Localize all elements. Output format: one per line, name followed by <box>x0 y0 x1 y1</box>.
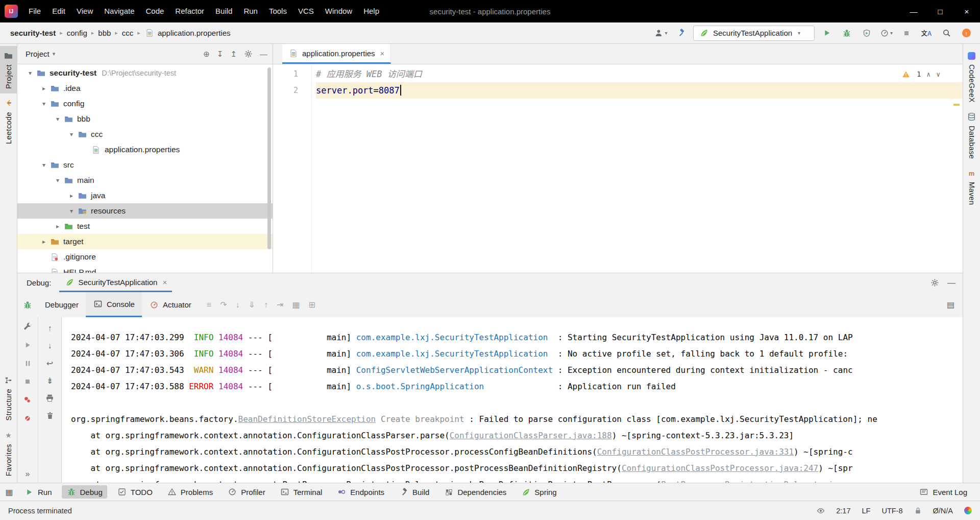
debug-tab-debugger[interactable]: Debugger <box>38 292 86 317</box>
settings-button[interactable] <box>244 50 253 58</box>
write-access-widget[interactable] <box>914 507 922 514</box>
chevron-down-icon[interactable]: ▾ <box>66 207 77 215</box>
chevron-down-icon[interactable]: ▾ <box>38 161 50 169</box>
close-icon[interactable]: × <box>380 49 385 58</box>
debug-session-tab[interactable]: SecurityTestApplication × <box>59 274 172 292</box>
line-separator-widget[interactable]: LF <box>862 507 871 515</box>
editor-code[interactable]: # 应用服务 WEB 访问端口server.port=8087 <box>312 64 963 273</box>
coverage-widget[interactable]: Ø/N/A <box>933 507 953 515</box>
run-configuration-select[interactable]: SecurityTestApplication▾ <box>693 26 815 41</box>
menu-help[interactable]: Help <box>358 0 385 22</box>
code-line[interactable]: server.port=8087 <box>316 82 963 99</box>
prev-problem-button[interactable]: ∧ <box>926 70 930 78</box>
tree-node-java[interactable]: ▸java <box>17 188 273 203</box>
menu-code[interactable]: Code <box>140 0 169 22</box>
tree-node-target[interactable]: ▸target <box>17 234 273 249</box>
menu-file[interactable]: File <box>23 0 46 22</box>
hide-button[interactable]: — <box>947 278 955 288</box>
editor-tab-application-properties[interactable]: application.properties × <box>282 44 391 64</box>
profiler-button[interactable]: ▾ <box>879 26 894 41</box>
stack-trace-link[interactable]: ConfigurationClassParser.java:188 <box>450 431 612 440</box>
chevron-right-icon[interactable]: ▸ <box>38 238 50 245</box>
stack-trace-link[interactable]: PostProcessorRegistrationDelegate.java: <box>661 480 853 483</box>
breadcrumb-item[interactable]: config <box>67 29 87 37</box>
tool-stripe-codegeex[interactable]: CodeGeeX <box>963 46 980 107</box>
pause-program-button[interactable] <box>22 358 33 368</box>
use-soft-wraps-button[interactable]: ↩ <box>45 358 55 368</box>
tree-node-config[interactable]: ▾config <box>17 96 273 111</box>
view-options-button[interactable]: ≡ <box>207 300 211 310</box>
exception-class-link[interactable]: BeanDefinitionStoreException <box>238 414 376 424</box>
breadcrumb-item[interactable]: ccc <box>122 29 134 37</box>
more-actions-button[interactable]: » <box>26 469 30 479</box>
tool-stripe-favorites[interactable]: ★Favorites <box>0 426 17 481</box>
translate-button[interactable]: 文A <box>919 26 934 41</box>
stop-button[interactable] <box>899 26 914 41</box>
ide-update-button[interactable]: ↑ <box>959 26 974 41</box>
chevron-down-icon[interactable]: ▾ <box>24 69 36 77</box>
force-step-into-button[interactable]: ⇓ <box>249 300 255 310</box>
run-with-coverage-button[interactable] <box>859 26 874 41</box>
settings-button[interactable] <box>930 278 939 287</box>
up-stack-trace-button[interactable]: ↑ <box>45 323 55 334</box>
collapse-all-button[interactable]: ↥ <box>230 50 237 59</box>
toolwindow-button-terminal[interactable]: Terminal <box>275 485 327 499</box>
step-over-button[interactable]: ↷ <box>220 300 227 310</box>
menu-vcs[interactable]: VCS <box>292 0 320 22</box>
run-button[interactable] <box>819 26 835 41</box>
console-output[interactable]: 2024-04-07 17:47:03.299 INFO 14084 --- [… <box>61 317 963 483</box>
plugin-indicator[interactable] <box>964 507 972 514</box>
toolwindow-switcher-button[interactable]: ▦ <box>4 487 14 497</box>
inspections-widget[interactable]: 1∧∨ <box>901 69 940 79</box>
menu-window[interactable]: Window <box>320 0 358 22</box>
chevron-right-icon[interactable]: ▸ <box>52 223 63 230</box>
tool-stripe-maven[interactable]: mMaven <box>963 163 980 210</box>
chevron-down-icon[interactable]: ▾ <box>52 115 63 123</box>
tool-stripe-database[interactable]: Database <box>963 107 980 163</box>
tree-node-.idea[interactable]: ▸.idea <box>17 81 273 96</box>
toolwindow-button-profiler[interactable]: Profiler <box>223 485 270 499</box>
tree-node-test[interactable]: ▸test <box>17 219 273 234</box>
debug-button[interactable] <box>839 26 854 41</box>
toolwindow-button-event-log[interactable]: Event Log <box>914 485 972 499</box>
menu-navigate[interactable]: Navigate <box>99 0 140 22</box>
menu-tools[interactable]: Tools <box>263 0 292 22</box>
tool-stripe-structure[interactable]: Structure <box>0 370 17 425</box>
modify-run-configuration-button[interactable] <box>22 321 33 332</box>
caret-position-widget[interactable]: 2:17 <box>836 507 850 515</box>
tree-node-bbb[interactable]: ▾bbb <box>17 111 273 127</box>
toolwindow-button-endpoints[interactable]: Endpoints <box>332 485 389 499</box>
view-frames-button[interactable]: ▦ <box>292 300 300 310</box>
breadcrumb-item[interactable]: security-test <box>10 29 56 37</box>
menu-edit[interactable]: Edit <box>46 0 71 22</box>
tool-stripe-project[interactable]: Project <box>0 46 17 93</box>
menu-build[interactable]: Build <box>210 0 238 22</box>
search-everywhere-button[interactable] <box>939 26 954 41</box>
step-out-button[interactable]: ↑ <box>264 300 268 310</box>
expand-all-button[interactable]: ↧ <box>217 50 224 59</box>
menu-view[interactable]: View <box>71 0 99 22</box>
next-problem-button[interactable]: ∨ <box>936 70 940 78</box>
toolwindow-button-build[interactable]: Build <box>394 485 434 499</box>
user-profile-button[interactable]: ▾ <box>653 26 669 41</box>
step-into-button[interactable]: ↓ <box>236 300 240 310</box>
mute-breakpoints-button[interactable] <box>22 413 33 423</box>
toolwindow-button-problems[interactable]: Problems <box>162 485 217 499</box>
tree-node-HELP.md[interactable]: HELP.md <box>17 265 273 273</box>
menu-refactor[interactable]: Refactor <box>169 0 210 22</box>
project-view-selector[interactable]: Project ▾ <box>26 50 55 58</box>
project-tree-scrollbar[interactable] <box>267 67 271 249</box>
chevron-down-icon[interactable]: ▾ <box>66 131 77 138</box>
tree-node-.gitignore[interactable]: .gitignore <box>17 249 273 265</box>
view-breakpoints-button[interactable] <box>22 395 33 405</box>
chevron-right-icon[interactable]: ▸ <box>66 192 77 199</box>
clear-all-button[interactable] <box>45 410 55 420</box>
breadcrumb-item[interactable]: bbb <box>98 29 111 37</box>
resume-program-button[interactable] <box>22 340 33 350</box>
breadcrumb-item[interactable]: application.properties <box>144 28 231 38</box>
hide-button[interactable]: — <box>260 50 267 58</box>
rerun-debug-button[interactable] <box>22 300 33 310</box>
restore-layout-button[interactable]: ▤ <box>947 300 954 310</box>
file-encoding-widget[interactable]: UTF-8 <box>881 507 902 515</box>
debug-tab-console[interactable]: Console <box>86 292 142 317</box>
